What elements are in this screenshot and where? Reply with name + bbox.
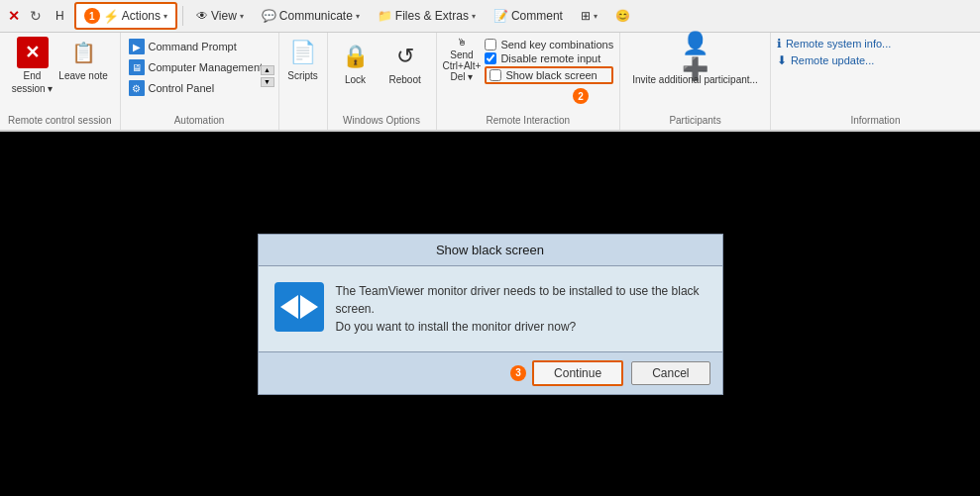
send-key-combinations-item[interactable]: Send key combinations	[485, 39, 613, 50]
info-section-label: Information	[777, 115, 974, 128]
dialog-body: The TeamViewer monitor driver needs to b…	[259, 266, 722, 352]
home-menu-item[interactable]: H	[48, 5, 72, 27]
lock-icon: 🔒	[340, 41, 372, 72]
remote-update-item[interactable]: ⬇ Remote update...	[777, 53, 974, 67]
disable-input-checkbox[interactable]	[485, 52, 496, 64]
invite-participant-button[interactable]: 👤➕ Invite additional participant...	[626, 37, 764, 89]
remote-section-label: Remote Interaction	[443, 115, 614, 128]
show-black-screen-dialog: Show black screen The TeamViewer monitor…	[258, 234, 723, 395]
remote-update-label: Remote update...	[791, 54, 874, 66]
windows-menu-item[interactable]: ⊞ ▾	[573, 5, 605, 27]
black-screen-label: Show black screen	[505, 69, 597, 81]
separator-1	[182, 6, 183, 26]
reboot-button[interactable]: ↺ Reboot	[383, 37, 427, 89]
automation-section: ▶ Command Prompt 🖥 Computer Management ⚙…	[121, 33, 279, 130]
windows-options-section: 🔒 Lock ↺ Reboot Windows Options	[328, 33, 437, 130]
comment-icon: 📝	[493, 9, 508, 23]
black-screen-checkbox[interactable]	[490, 69, 501, 81]
dialog-footer: 3 Continue Cancel	[259, 352, 722, 394]
emoji-menu-item[interactable]: 😊	[607, 5, 638, 27]
information-section: ℹ Remote system info... ⬇ Remote update.…	[771, 33, 980, 130]
remote-checkboxes: Send key combinations Disable remote inp…	[485, 37, 613, 86]
scripts-label: Scripts	[287, 70, 318, 81]
ribbon: ✕ End session ▾ 📋 Leave note Remote cont…	[0, 33, 980, 132]
session-buttons: ✕ End session ▾ 📋 Leave note	[12, 37, 108, 94]
cmd-icon-symbol: ▶	[133, 42, 141, 52]
computer-management-label: Computer Management	[149, 61, 264, 73]
command-prompt-icon: ▶	[129, 39, 145, 54]
badge-1: 1	[84, 8, 100, 24]
scripts-section-label	[287, 126, 319, 128]
remote-system-info-label: Remote system info...	[786, 38, 891, 50]
tv-arrow-right-icon	[300, 295, 318, 319]
actions-dropdown-arrow: ▾	[163, 12, 167, 21]
end-session-sublabel: session ▾	[12, 83, 54, 94]
lock-label: Lock	[345, 74, 366, 85]
note-icon: 📋	[67, 37, 99, 68]
reboot-icon: ↺	[389, 41, 421, 72]
send-ctrl-label: SendCtrl+Alt+Del ▾	[443, 50, 482, 82]
send-ctrl-alt-del-button[interactable]: 🖱 SendCtrl+Alt+Del ▾	[443, 37, 482, 82]
end-session-label: End	[24, 70, 42, 81]
send-key-checkbox[interactable]	[485, 39, 496, 50]
view-dropdown-arrow: ▾	[240, 12, 244, 21]
lightning-icon: ⚡	[103, 9, 119, 24]
comment-label: Comment	[511, 9, 563, 23]
disable-remote-input-item[interactable]: Disable remote input	[485, 52, 613, 64]
end-session-button[interactable]: ✕ End session ▾	[12, 37, 54, 94]
session-section: ✕ End session ▾ 📋 Leave note Remote cont…	[0, 33, 121, 130]
send-key-label: Send key combinations	[500, 39, 613, 50]
dialog-text-line2: Do you want to install the monitor drive…	[336, 318, 707, 336]
refresh-icon[interactable]: ↻	[26, 8, 46, 24]
control-panel-item[interactable]: ⚙ Control Panel	[125, 78, 274, 98]
files-extras-label: Files & Extras	[395, 9, 469, 23]
windows-section-label: Windows Options	[334, 115, 430, 128]
expand-btn[interactable]: ▲	[261, 65, 274, 75]
dialog-body-text: The TeamViewer monitor driver needs to b…	[336, 282, 707, 336]
dialog-overlay: Show black screen The TeamViewer monitor…	[0, 132, 980, 496]
actions-label: Actions	[122, 9, 161, 23]
automation-section-label: Automation	[121, 115, 278, 128]
continue-button[interactable]: Continue	[532, 360, 623, 386]
view-menu-item[interactable]: 👁 View ▾	[188, 5, 252, 27]
tv-arrow-left-icon	[280, 295, 298, 319]
invite-icon: 👤➕	[680, 41, 711, 72]
remote-system-info-item[interactable]: ℹ Remote system info...	[777, 37, 974, 50]
menu-bar: ✕ ↻ H 1 ⚡ Actions ▾ 👁 View ▾ 💬 Communica…	[0, 0, 980, 33]
remote-interaction-section: 🖱 SendCtrl+Alt+Del ▾ Send key combinatio…	[437, 33, 621, 130]
dialog-title: Show black screen	[436, 243, 544, 257]
show-black-screen-item[interactable]: Show black screen	[485, 66, 613, 84]
files-extras-dropdown-arrow: ▾	[472, 12, 476, 21]
files-extras-icon: 📁	[378, 9, 392, 23]
collapse-btn[interactable]: ▼	[261, 77, 274, 87]
leave-note-label: Leave note	[58, 70, 108, 81]
windows-dropdown-arrow: ▾	[594, 12, 598, 21]
info-list: ℹ Remote system info... ⬇ Remote update.…	[777, 37, 974, 67]
scripts-button[interactable]: 📄 Scripts	[287, 37, 319, 81]
scripts-icon: 📄	[287, 37, 319, 68]
close-icon[interactable]: ✕	[4, 8, 24, 24]
cancel-button[interactable]: Cancel	[631, 361, 709, 385]
expand-collapse[interactable]: ▲ ▼	[261, 65, 274, 87]
session-section-label: Remote control session	[8, 115, 112, 128]
computer-management-item[interactable]: 🖥 Computer Management	[125, 57, 274, 77]
actions-menu-item[interactable]: 1 ⚡ Actions ▾	[74, 2, 177, 30]
info-icon-1: ℹ	[777, 37, 782, 50]
computer-management-icon: 🖥	[129, 59, 145, 75]
leave-note-button[interactable]: 📋 Leave note	[58, 37, 108, 81]
lock-button[interactable]: 🔒 Lock	[334, 37, 378, 89]
participants-section-label: Participants	[626, 115, 764, 128]
communicate-menu-item[interactable]: 💬 Communicate ▾	[254, 5, 368, 27]
remote-content-row: 🖱 SendCtrl+Alt+Del ▾ Send key combinatio…	[443, 37, 614, 115]
invite-label: Invite additional participant...	[632, 74, 758, 85]
control-panel-icon: ⚙	[129, 80, 145, 96]
emoji-icon: 😊	[615, 9, 630, 23]
communicate-icon: 💬	[262, 9, 276, 23]
mgmt-icon-symbol: 🖥	[132, 62, 142, 73]
files-extras-menu-item[interactable]: 📁 Files & Extras ▾	[370, 5, 484, 27]
view-icon: 👁	[196, 9, 208, 23]
comment-menu-item[interactable]: 📝 Comment	[486, 5, 571, 27]
command-prompt-item[interactable]: ▶ Command Prompt	[125, 37, 274, 56]
scripts-section: 📄 Scripts	[279, 33, 328, 130]
badge-3: 3	[510, 365, 526, 381]
